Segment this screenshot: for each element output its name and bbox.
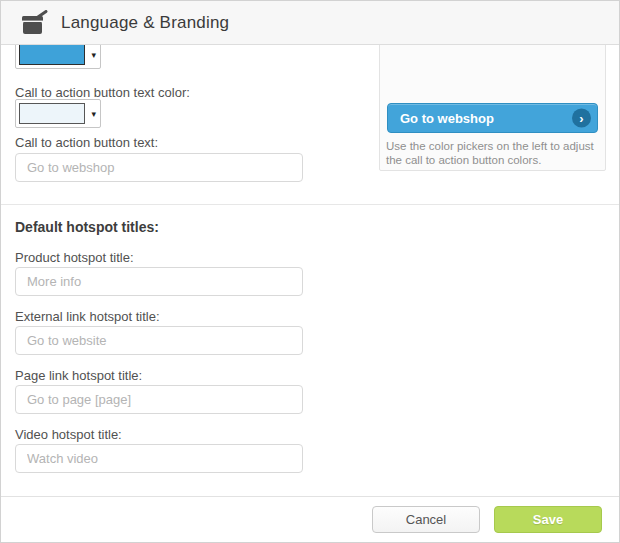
cta-text-color-label: Call to action button text color: (15, 85, 190, 100)
cta-preview-panel: Go to webshop › Use the color pickers on… (379, 45, 606, 171)
settings-form: ▾ Call to action button text color: ▾ Ca… (1, 45, 619, 497)
product-hotspot-label: Product hotspot title: (15, 250, 134, 265)
video-hotspot-label: Video hotspot title: (15, 427, 122, 442)
external-link-hotspot-input[interactable] (15, 326, 303, 355)
cta-text-color-picker[interactable]: ▾ (15, 99, 101, 128)
hotspot-section-heading: Default hotspot titles: (15, 219, 159, 235)
cta-preview-button[interactable]: Go to webshop › (387, 103, 598, 133)
dropdown-arrow-icon: ▾ (91, 50, 96, 59)
cta-background-color-picker[interactable]: ▾ (15, 45, 101, 69)
cancel-button[interactable]: Cancel (372, 506, 480, 533)
page-title: Language & Branding (61, 13, 229, 33)
section-divider (1, 204, 619, 205)
branding-paint-bucket-icon (21, 10, 48, 35)
chevron-right-icon: › (572, 109, 591, 128)
language-branding-panel: Language & Branding ▾ Call to action but… (0, 0, 620, 543)
cta-preview-button-label: Go to webshop (400, 111, 494, 126)
color-swatch (19, 103, 85, 124)
color-swatch (19, 45, 85, 65)
dropdown-arrow-icon: ▾ (91, 109, 96, 118)
save-button[interactable]: Save (494, 506, 602, 533)
page-link-hotspot-label: Page link hotspot title: (15, 368, 142, 383)
video-hotspot-input[interactable] (15, 444, 303, 473)
external-link-hotspot-label: External link hotspot title: (15, 309, 160, 324)
cta-text-label: Call to action button text: (15, 135, 158, 150)
product-hotspot-input[interactable] (15, 267, 303, 296)
preview-helper-text: Use the color pickers on the left to adj… (386, 139, 602, 167)
cta-text-input[interactable] (15, 153, 303, 182)
panel-header: Language & Branding (1, 1, 619, 45)
page-link-hotspot-input[interactable] (15, 385, 303, 414)
footer-bar: Cancel Save (1, 496, 619, 542)
